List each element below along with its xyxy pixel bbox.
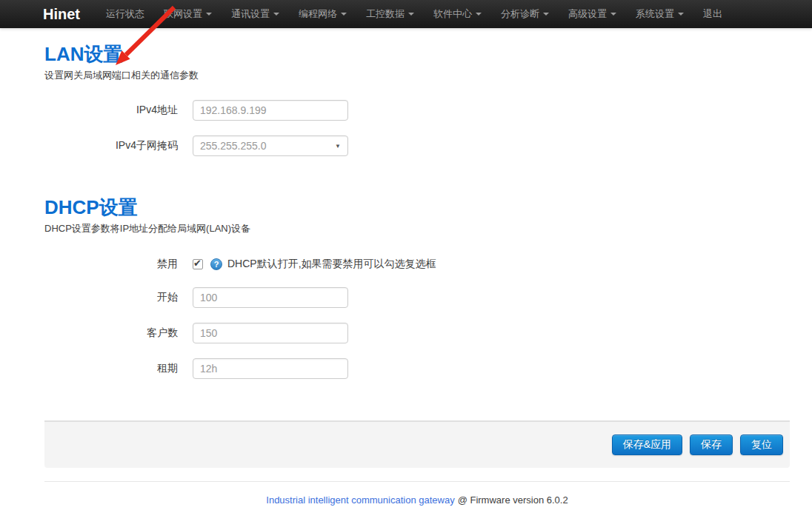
form-row: IPv4子网掩码 255.255.255.0 ▼: [44, 135, 790, 156]
form-row: 租期: [44, 358, 790, 379]
dhcp-start-label: 开始: [44, 291, 178, 304]
nav-label: 软件中心: [433, 7, 472, 21]
dhcp-lease-input[interactable]: [193, 358, 348, 379]
footer-divider: [44, 481, 790, 482]
ipv4-address-input[interactable]: [193, 100, 348, 121]
page-footer: Industrial intelligent communication gat…: [44, 494, 790, 506]
caret-down-icon: [408, 13, 414, 16]
nav-item-software-center[interactable]: 软件中心: [424, 0, 491, 28]
dhcp-start-input[interactable]: [193, 287, 348, 308]
nav-label: 高级设置: [568, 7, 607, 21]
lan-section-subtitle: 设置网关局域网端口相关的通信参数: [44, 69, 790, 82]
nav-label: 通讯设置: [231, 7, 270, 21]
ipv4-netmask-select[interactable]: 255.255.255.0 ▼: [193, 135, 348, 156]
nav-item-programming-network[interactable]: 编程网络: [289, 0, 356, 28]
page-actions-bar: 保存&应用 保存 复位: [44, 420, 790, 468]
caret-down-icon: [678, 13, 684, 16]
dhcp-disable-checkbox[interactable]: [193, 259, 203, 269]
lan-form: IPv4地址 IPv4子网掩码 255.255.255.0 ▼: [44, 100, 790, 156]
nav-item-comm-settings[interactable]: 通讯设置: [222, 0, 289, 28]
nav-label: 分析诊断: [501, 7, 539, 21]
form-row: 客户数: [44, 323, 790, 343]
form-row: 禁用 ? DHCP默认打开,如果需要禁用可以勾选复选框: [44, 258, 790, 271]
save-apply-button[interactable]: 保存&应用: [612, 434, 682, 455]
nav-item-logout[interactable]: 退出: [693, 0, 732, 28]
brand-logo[interactable]: Hinet: [43, 6, 80, 23]
dhcp-clients-input[interactable]: [193, 323, 348, 343]
caret-down-icon: [543, 13, 549, 16]
dhcp-form: 禁用 ? DHCP默认打开,如果需要禁用可以勾选复选框 开始 客户数 租期: [44, 258, 790, 379]
nav-label: 编程网络: [299, 7, 337, 21]
dropdown-arrow-icon: ▼: [335, 143, 341, 150]
nav-item-network-settings[interactable]: 联网设置: [154, 0, 222, 28]
form-row: IPv4地址: [44, 100, 790, 121]
ipv4-netmask-label: IPv4子网掩码: [44, 139, 178, 152]
save-button[interactable]: 保存: [690, 434, 733, 455]
caret-down-icon: [273, 13, 279, 16]
main-content: LAN设置 设置网关局域网端口相关的通信参数 IPv4地址 IPv4子网掩码 2…: [44, 28, 790, 468]
form-row: 开始: [44, 287, 790, 308]
dhcp-lease-label: 租期: [44, 362, 178, 375]
caret-down-icon: [610, 13, 616, 16]
nav-label: 联网设置: [164, 7, 202, 21]
nav-item-analysis-diagnosis[interactable]: 分析诊断: [491, 0, 559, 28]
caret-down-icon: [206, 13, 212, 16]
dhcp-section-subtitle: DHCP设置参数将IP地址分配给局域网(LAN)设备: [44, 222, 790, 235]
nav-menu: 运行状态 联网设置 通讯设置 编程网络 工控数据 软件中心 分析诊断 高级设置 …: [96, 0, 732, 28]
footer-gateway-link[interactable]: Industrial intelligent communication gat…: [266, 494, 454, 506]
nav-item-industrial-data[interactable]: 工控数据: [356, 0, 424, 28]
help-icon: ?: [210, 258, 222, 270]
dhcp-section-title: DHCP设置: [44, 196, 790, 218]
dhcp-clients-label: 客户数: [44, 326, 178, 340]
dhcp-disable-hint: DHCP默认打开,如果需要禁用可以勾选复选框: [227, 258, 436, 271]
nav-item-run-status[interactable]: 运行状态: [96, 0, 154, 28]
caret-down-icon: [341, 13, 347, 16]
nav-item-system-settings[interactable]: 系统设置: [626, 0, 693, 28]
reset-button[interactable]: 复位: [740, 434, 783, 455]
nav-label: 运行状态: [106, 7, 144, 21]
nav-label: 工控数据: [366, 7, 405, 21]
dhcp-disable-label: 禁用: [44, 258, 178, 271]
ipv4-address-label: IPv4地址: [44, 104, 178, 117]
caret-down-icon: [476, 13, 482, 16]
footer-firmware-text: @ Firmware version 6.0.2: [458, 494, 568, 506]
top-navbar: Hinet 运行状态 联网设置 通讯设置 编程网络 工控数据 软件中心 分析诊断…: [0, 0, 812, 28]
nav-label: 系统设置: [636, 7, 674, 21]
selected-value: 255.255.255.0: [200, 140, 267, 152]
lan-section-title: LAN设置: [44, 28, 790, 65]
nav-item-advanced-settings[interactable]: 高级设置: [559, 0, 626, 28]
nav-label: 退出: [703, 7, 722, 21]
